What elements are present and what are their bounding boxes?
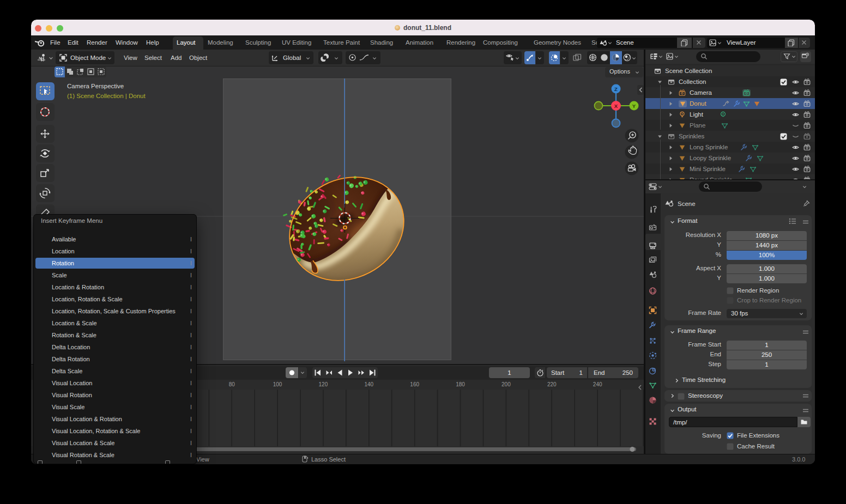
svg-text:X: X xyxy=(614,103,618,109)
svg-text:240: 240 xyxy=(593,381,602,387)
svg-text:140: 140 xyxy=(364,381,373,387)
svg-text:Z: Z xyxy=(614,86,618,92)
svg-text:120: 120 xyxy=(319,381,328,387)
svg-text:100: 100 xyxy=(273,381,282,387)
svg-text:Y: Y xyxy=(632,103,636,109)
svg-text:200: 200 xyxy=(501,381,511,387)
svg-text:160: 160 xyxy=(410,381,419,387)
svg-text:180: 180 xyxy=(456,381,465,387)
svg-text:80: 80 xyxy=(229,381,235,387)
svg-text:220: 220 xyxy=(547,381,557,387)
